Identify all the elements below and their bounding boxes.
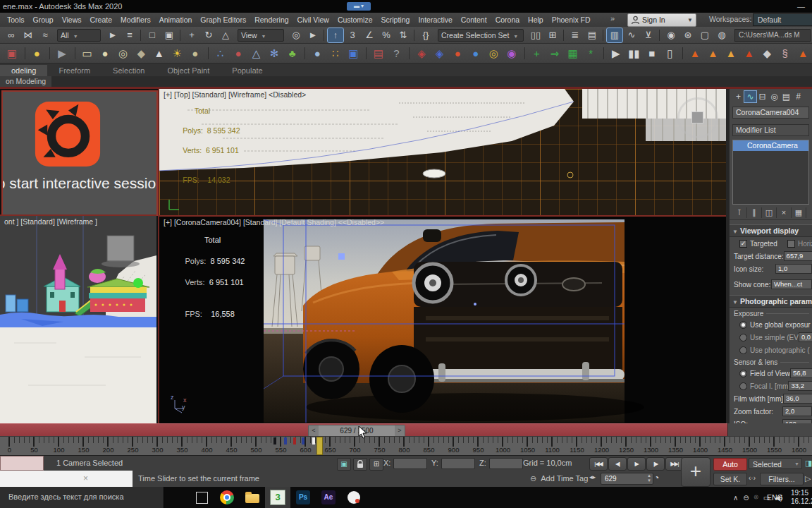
tab-modeling[interactable]: odeling — [0, 65, 47, 76]
horizon-checkbox[interactable] — [787, 240, 795, 248]
modifier-list-dropdown[interactable]: Modifier List — [732, 124, 809, 136]
menu-item-14[interactable]: Help — [524, 13, 548, 27]
phoenix-grid-icon[interactable]: ▦ — [565, 45, 581, 61]
phoenix-loop-icon[interactable]: ◎ — [486, 45, 502, 61]
window-crossing-icon[interactable]: ▣ — [161, 28, 177, 42]
next-frame-button[interactable]: |▶ — [646, 457, 665, 471]
front-viewport[interactable]: ont ] [Standard] [Wireframe ] — [0, 214, 156, 425]
layer-manager-icon[interactable]: ≣ — [567, 28, 583, 42]
menu-item-3[interactable]: Create — [86, 13, 117, 27]
previous-frame-button[interactable]: ◀| — [608, 457, 627, 471]
key-mode-dropdown[interactable]: Selected▼ — [749, 458, 802, 469]
camera-viewport-label[interactable]: [+] [CoronaCamera004] [Standard] [Defaul… — [164, 218, 384, 226]
sign-in-button[interactable]: Sign In ▼ — [627, 13, 696, 27]
toggle-scene-explorer-icon[interactable]: ▤ — [584, 28, 600, 42]
render-setup-icon[interactable]: ⊛ — [680, 28, 696, 42]
create-tab-icon[interactable]: + — [732, 91, 744, 102]
play-button[interactable]: ▶ — [627, 457, 646, 471]
timeline-key-3[interactable] — [293, 437, 296, 445]
project-path-box[interactable]: C:\Users\MA...ds M — [734, 29, 811, 42]
after-effects-button[interactable]: Ae — [316, 487, 341, 508]
angle-snap-icon[interactable]: ∠ — [362, 28, 377, 42]
targeted-checkbox[interactable]: ✓ — [739, 240, 747, 248]
modify-tab-icon[interactable]: ∿ — [744, 91, 756, 102]
task-view-button[interactable] — [189, 487, 214, 508]
corona-converter-icon[interactable]: △ — [249, 45, 264, 61]
frame-display[interactable]: 629 / 1500 — [319, 425, 395, 436]
time-configuration-button[interactable]: ◔ — [654, 473, 659, 483]
focal-length-radio[interactable] — [739, 382, 747, 390]
current-frame-marker[interactable] — [316, 437, 323, 455]
fire-preset-icon-1[interactable]: ▲ — [687, 45, 703, 61]
corona-render-region-icon[interactable]: ▣ — [346, 45, 362, 61]
corona-cone-icon[interactable]: ▲ — [152, 45, 167, 61]
rectangular-selection-region-icon[interactable]: □ — [144, 28, 160, 42]
curve-editor-icon[interactable]: ∿ — [624, 28, 639, 42]
timeline-key-1[interactable] — [273, 437, 276, 445]
add-time-tag[interactable]: ⊖Add Time Tag — [530, 474, 588, 483]
reference-coordinate-dropdown[interactable]: View▼ — [238, 29, 284, 42]
toggle-ribbon-icon[interactable]: ▥ — [607, 28, 622, 42]
corona-sphere-icon[interactable]: ◎ — [116, 45, 131, 61]
3ds-max-taskbar-button[interactable]: 3 — [265, 487, 290, 508]
tab-object-paint[interactable]: Object Paint — [156, 65, 221, 76]
select-and-move-icon[interactable]: + — [184, 28, 199, 42]
corona-clipboard-icon[interactable]: ▤ — [371, 45, 386, 61]
focal-field[interactable]: 33,2 — [788, 381, 812, 391]
file-explorer-button[interactable] — [240, 487, 265, 508]
edit-named-selection-sets-icon[interactable]: {} — [418, 28, 433, 42]
chrome-button[interactable] — [214, 487, 240, 508]
percent-snap-icon[interactable]: % — [379, 28, 394, 42]
corona-color-balls-icon[interactable]: ∷ — [328, 45, 343, 61]
menu-item-11[interactable]: Interactive — [414, 13, 456, 27]
timeline-key-5[interactable] — [312, 437, 315, 445]
phoenix-burst-icon[interactable]: * — [583, 45, 598, 61]
corona-app-button[interactable] — [341, 487, 367, 508]
rendered-frame-window-icon[interactable]: ▢ — [697, 28, 713, 42]
x-coordinate-field[interactable] — [393, 458, 427, 469]
fire-preset-icon-5[interactable]: ▲ — [796, 45, 811, 61]
y-coordinate-field[interactable] — [441, 458, 475, 469]
named-selection-set-dropdown[interactable]: Create Selection Set▼ — [438, 29, 524, 42]
key-filter-icon[interactable]: ‹·› — [749, 474, 756, 482]
photoshop-button[interactable]: Ps — [290, 487, 316, 508]
film-width-field[interactable]: 36,0 — [783, 394, 812, 404]
make-unique-icon[interactable]: ◫ — [762, 207, 777, 218]
auto-key-button[interactable]: Auto — [713, 458, 747, 471]
corona-proxy-icon[interactable]: ● — [230, 45, 246, 61]
use-global-exposure-radio[interactable] — [739, 321, 747, 329]
phoenix-delete-icon[interactable]: ▯ — [663, 45, 678, 61]
unlink-selection-icon[interactable]: ⋈ — [20, 28, 36, 42]
selection-filter-dropdown[interactable]: All▼ — [57, 29, 101, 42]
polygon-modeling-panel-tab[interactable]: on Modeling — [0, 76, 51, 87]
show-end-result-icon[interactable]: ∥ — [747, 207, 762, 218]
viewcube[interactable] — [677, 97, 718, 138]
menu-item-13[interactable]: Corona — [491, 13, 524, 27]
next-arrow-icon[interactable]: ▷ — [805, 474, 811, 483]
object-name-field[interactable]: CoronaCamera004 — [732, 107, 809, 119]
menu-item-4[interactable]: Modifiers — [116, 13, 155, 27]
frame-slider[interactable]: < 629 / 1500 > — [308, 425, 405, 437]
select-and-link-icon[interactable]: ∞ — [4, 28, 19, 42]
select-and-manipulate-icon[interactable]: ► — [305, 28, 321, 42]
phoenix-pause-icon[interactable]: ▮▮ — [626, 45, 641, 61]
use-pivot-point-center-icon[interactable]: ◎ — [288, 28, 304, 42]
corona-knot-icon[interactable]: ✻ — [266, 45, 282, 61]
top-viewport[interactable]: [+] [Top] [Standard] [Wireframe] <Disabl… — [158, 89, 727, 215]
3d-snap-icon[interactable]: 3 — [345, 28, 360, 42]
top-viewport-label[interactable]: [+] [Top] [Standard] [Wireframe] <Disabl… — [164, 90, 306, 99]
z-coordinate-field[interactable] — [489, 458, 523, 469]
kettle-icon-1[interactable]: ◆ — [759, 45, 775, 61]
close-icon[interactable]: × — [83, 473, 88, 483]
select-and-rotate-icon[interactable]: ↻ — [201, 28, 216, 42]
remove-modifier-icon[interactable]: × — [777, 207, 792, 218]
taskbar-search-box[interactable]: Введите здесь текст для поиска — [0, 487, 164, 508]
go-to-start-button[interactable]: |◀◀ — [589, 457, 608, 471]
spinner-snap-icon[interactable]: ⇅ — [395, 28, 411, 42]
time-slider-bar[interactable]: < 629 / 1500 > — [0, 423, 727, 437]
previous-frame-arrow[interactable]: < — [309, 425, 319, 436]
schematic-view-icon[interactable]: ⊻ — [641, 28, 656, 42]
menu-item-10[interactable]: Scripting — [377, 13, 414, 27]
snaps-toggle-icon[interactable]: ↑ — [328, 28, 343, 42]
taskbar-clock[interactable]: 19:1516.12.2 — [791, 489, 812, 506]
